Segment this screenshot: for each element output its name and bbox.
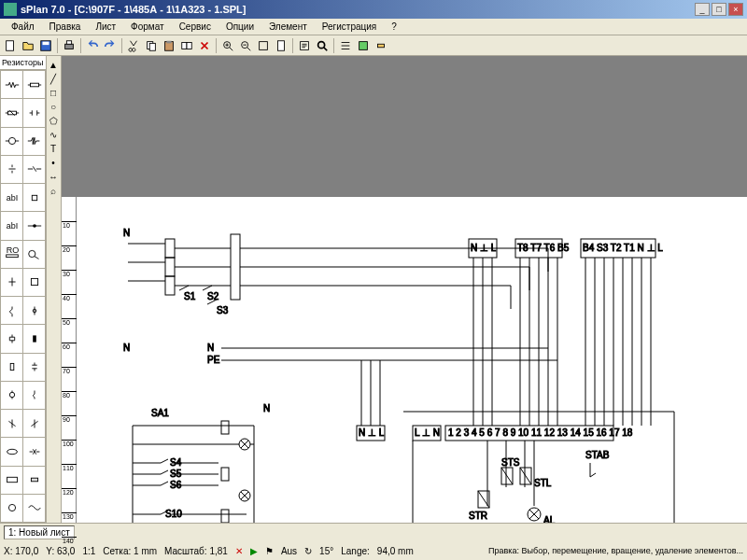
component-palette: Резисторы abI abI RO bbox=[0, 56, 47, 523]
palette-item[interactable] bbox=[23, 467, 45, 494]
palette-item[interactable] bbox=[23, 354, 45, 381]
rect-tool-icon[interactable]: □ bbox=[47, 86, 60, 99]
palette-item[interactable] bbox=[1, 269, 22, 296]
dimension-tool-icon[interactable]: ↔ bbox=[47, 170, 60, 183]
palette-item[interactable]: abI bbox=[1, 212, 22, 239]
properties-icon[interactable] bbox=[296, 37, 313, 54]
palette-item[interactable] bbox=[1, 297, 22, 324]
poly-tool-icon[interactable]: ⬠ bbox=[47, 114, 60, 127]
help-text-1: Правка: Выбор, перемещение, вращение, уд… bbox=[488, 546, 743, 555]
svg-rect-10 bbox=[187, 42, 191, 49]
palette-item[interactable] bbox=[1, 156, 22, 183]
zoom-fit-icon[interactable] bbox=[255, 37, 272, 54]
menu-format[interactable]: Формат bbox=[123, 21, 172, 32]
svg-text:STS: STS bbox=[501, 457, 520, 468]
svg-rect-32 bbox=[10, 364, 14, 371]
palette-item[interactable] bbox=[23, 325, 45, 352]
search-icon[interactable] bbox=[314, 37, 331, 54]
palette-item[interactable] bbox=[23, 241, 45, 268]
redo-icon[interactable] bbox=[102, 37, 119, 54]
palette-item[interactable] bbox=[1, 354, 22, 381]
svg-rect-40 bbox=[165, 258, 175, 276]
palette-item[interactable] bbox=[1, 495, 22, 522]
undo-icon[interactable] bbox=[84, 37, 101, 54]
circle-tool-icon[interactable]: ○ bbox=[47, 100, 60, 113]
menu-element[interactable]: Элемент bbox=[261, 21, 315, 32]
menu-help[interactable]: ? bbox=[384, 21, 404, 32]
palette-item[interactable] bbox=[23, 495, 45, 522]
menu-service[interactable]: Сервис bbox=[172, 21, 218, 32]
menu-sheet[interactable]: Лист bbox=[88, 21, 123, 32]
line-tool-icon[interactable]: ╱ bbox=[47, 72, 60, 85]
text-tool-icon[interactable]: T bbox=[47, 142, 60, 155]
svg-point-25 bbox=[33, 224, 36, 228]
node-tool-icon[interactable]: • bbox=[47, 156, 60, 169]
library-icon[interactable] bbox=[355, 37, 372, 54]
svg-rect-35 bbox=[7, 477, 17, 482]
menu-registration[interactable]: Регистрация bbox=[315, 21, 384, 32]
palette-item[interactable] bbox=[23, 410, 45, 437]
component-icon[interactable] bbox=[373, 37, 389, 54]
maximize-button[interactable]: □ bbox=[712, 3, 726, 16]
palette-item[interactable] bbox=[23, 156, 45, 183]
palette-item[interactable] bbox=[23, 128, 45, 155]
palette-item[interactable] bbox=[23, 71, 45, 98]
curve-tool-icon[interactable]: ∿ bbox=[47, 128, 60, 141]
paste-icon[interactable] bbox=[161, 37, 177, 54]
palette-item[interactable]: abI bbox=[1, 184, 22, 211]
palette-item[interactable] bbox=[1, 99, 22, 126]
rotate-icon[interactable]: ↻ bbox=[304, 546, 312, 556]
palette-tab[interactable]: Резисторы bbox=[0, 56, 46, 70]
palette-item[interactable] bbox=[23, 438, 45, 465]
drawing-canvas[interactable]: N S1 S2 S3 N N PE SA bbox=[77, 197, 747, 523]
menu-file[interactable]: Файл bbox=[4, 21, 42, 32]
palette-item[interactable] bbox=[23, 297, 45, 324]
palette-item[interactable] bbox=[23, 99, 45, 126]
cut-icon[interactable] bbox=[125, 37, 142, 54]
snap-flag-icon[interactable]: ⚑ bbox=[265, 546, 274, 556]
zoom-page-icon[interactable] bbox=[273, 37, 289, 54]
svg-text:N ⊥ L: N ⊥ L bbox=[471, 243, 497, 253]
pointer-tool-icon[interactable]: ▲ bbox=[47, 58, 60, 71]
menu-edit[interactable]: Правка bbox=[42, 21, 89, 32]
zoom-tool-icon[interactable]: ⌕ bbox=[47, 184, 60, 197]
palette-item[interactable] bbox=[23, 212, 45, 239]
zoom-out-icon[interactable] bbox=[237, 37, 254, 54]
palette-item[interactable] bbox=[1, 325, 22, 352]
coord-x: X: 170,0 bbox=[4, 546, 38, 556]
svg-point-37 bbox=[8, 505, 15, 511]
palette-item[interactable] bbox=[23, 184, 45, 211]
minimize-button[interactable]: _ bbox=[695, 3, 710, 16]
palette-item[interactable] bbox=[23, 382, 45, 409]
palette-item[interactable] bbox=[1, 438, 22, 465]
svg-rect-27 bbox=[6, 255, 18, 258]
svg-rect-18 bbox=[378, 44, 385, 48]
svg-text:S2: S2 bbox=[207, 291, 219, 301]
menu-bar: Файл Правка Лист Формат Сервис Опции Эле… bbox=[0, 19, 747, 35]
palette-item[interactable] bbox=[1, 410, 22, 437]
new-file-icon[interactable] bbox=[2, 37, 19, 54]
component-list-icon[interactable] bbox=[337, 37, 354, 54]
palette-item[interactable] bbox=[1, 71, 22, 98]
duplicate-icon[interactable] bbox=[178, 37, 195, 54]
svg-rect-17 bbox=[359, 41, 368, 49]
length-value: 94,0 mm bbox=[377, 546, 414, 556]
delete-icon[interactable] bbox=[196, 37, 213, 54]
zoom-in-icon[interactable] bbox=[219, 37, 236, 54]
copy-icon[interactable] bbox=[143, 37, 160, 54]
svg-rect-29 bbox=[31, 279, 37, 286]
palette-item[interactable] bbox=[1, 128, 22, 155]
open-file-icon[interactable] bbox=[20, 37, 36, 54]
palette-item[interactable]: RO bbox=[1, 241, 22, 268]
save-icon[interactable] bbox=[37, 37, 54, 54]
close-button[interactable]: × bbox=[728, 3, 743, 16]
svg-rect-3 bbox=[65, 44, 74, 49]
print-icon[interactable] bbox=[61, 37, 78, 54]
svg-rect-31 bbox=[33, 335, 36, 342]
palette-item[interactable] bbox=[23, 269, 45, 296]
svg-text:STAB: STAB bbox=[585, 450, 610, 460]
svg-rect-51 bbox=[221, 421, 229, 434]
menu-options[interactable]: Опции bbox=[218, 21, 261, 32]
palette-item[interactable] bbox=[1, 467, 22, 494]
palette-item[interactable] bbox=[1, 382, 22, 409]
